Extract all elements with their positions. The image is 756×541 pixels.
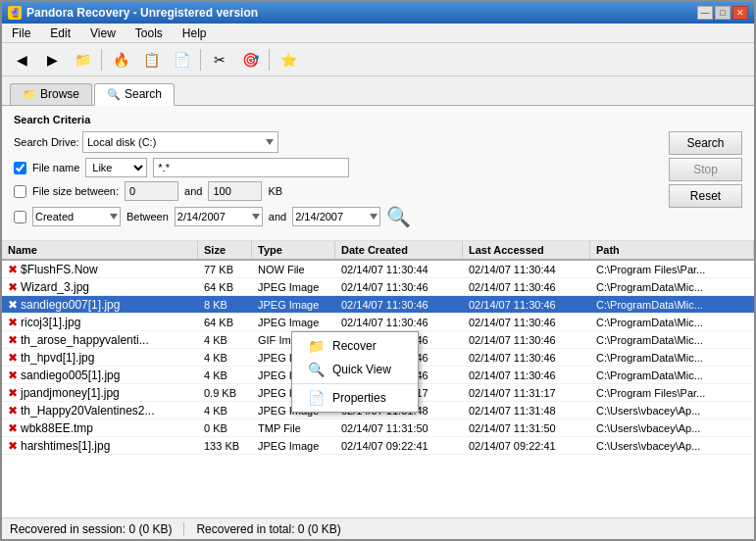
file-icon: ✖ xyxy=(8,404,18,418)
status-separator xyxy=(183,522,184,536)
recover-button[interactable]: 🔥 xyxy=(107,47,134,73)
toolbar-separator-1 xyxy=(101,49,102,71)
context-menu: 📁 Recover 🔍 Quick View 📄 Properties xyxy=(291,331,419,413)
context-recover-label: Recover xyxy=(332,339,377,353)
main-window: 🔮 Pandora Recovery - Unregistered versio… xyxy=(0,0,756,541)
status-session: Recovered in session: 0 (0 KB) xyxy=(10,522,172,536)
table-row[interactable]: ✖ricoj3[1].jpg 64 KB JPEG Image 02/14/07… xyxy=(2,314,754,331)
file-icon: ✖ xyxy=(8,386,18,400)
filesize-checkbox[interactable] xyxy=(14,185,26,198)
file-list-container: Name Size Type Date Created Last Accesse… xyxy=(2,241,754,517)
date-search-icon[interactable]: 🔍 xyxy=(386,205,411,228)
quickview-icon: 🔍 xyxy=(308,362,325,377)
filesize-label: File size between: xyxy=(32,185,119,197)
col-header-path[interactable]: Path xyxy=(590,241,754,259)
filesize-and: and xyxy=(184,185,202,197)
date-to-select[interactable]: 2/14/2007 xyxy=(292,207,380,226)
menu-edit[interactable]: Edit xyxy=(46,25,75,41)
drive-row: Search Drive: Local disk (C:) xyxy=(14,131,649,153)
date-between-label: Between xyxy=(126,211,169,222)
file-icon: ✖ xyxy=(8,333,18,347)
menu-tools[interactable]: Tools xyxy=(131,25,167,41)
stop-button[interactable]: Stop xyxy=(669,158,742,181)
title-bar-left: 🔮 Pandora Recovery - Unregistered versio… xyxy=(8,6,258,20)
filename-pattern-input[interactable] xyxy=(153,158,349,177)
table-row[interactable]: ✖wbk88EE.tmp 0 KB TMP File 02/14/07 11:3… xyxy=(2,419,754,437)
file-icon: ✖ xyxy=(8,351,18,365)
tab-browse[interactable]: 📁 Browse xyxy=(10,83,92,105)
title-bar: 🔮 Pandora Recovery - Unregistered versio… xyxy=(2,2,754,24)
toolbar-separator-3 xyxy=(269,49,270,71)
drive-select[interactable]: Local disk (C:) xyxy=(82,131,278,153)
clipboard-button[interactable]: 📋 xyxy=(137,47,165,73)
file-icon: ✖ xyxy=(8,280,18,294)
table-row[interactable]: ✖harshtimes[1].jpg 133 KB JPEG Image 02/… xyxy=(2,437,754,455)
app-icon: 🔮 xyxy=(8,6,22,20)
filesize-max-input[interactable] xyxy=(208,181,262,201)
search-panel: Search Criteria Search Drive: Local disk… xyxy=(2,106,754,241)
file-icon: ✖ xyxy=(8,369,18,382)
maximize-button[interactable]: □ xyxy=(715,6,731,20)
file-icon: ✖ xyxy=(8,298,18,312)
tab-search-label: Search xyxy=(125,87,162,101)
context-quickview-label: Quick View xyxy=(332,363,391,376)
like-select[interactable]: Like Not like xyxy=(85,158,147,177)
context-menu-properties[interactable]: 📄 Properties xyxy=(292,386,418,410)
back-button[interactable]: ◀ xyxy=(8,47,35,73)
close-button[interactable]: ✕ xyxy=(732,6,748,20)
edit-button[interactable]: ✂ xyxy=(206,47,233,73)
context-menu-quickview[interactable]: 🔍 Quick View xyxy=(292,358,418,381)
context-properties-label: Properties xyxy=(332,391,386,405)
drive-label: Search Drive: xyxy=(14,136,82,148)
star-button[interactable]: ⭐ xyxy=(275,47,302,73)
menu-bar: File Edit View Tools Help xyxy=(2,24,754,43)
col-header-size[interactable]: Size xyxy=(198,241,252,259)
filename-row: File name Like Not like xyxy=(14,158,649,177)
date-type-select[interactable]: Created Modified Accessed xyxy=(32,207,121,226)
folder-button[interactable]: 📁 xyxy=(69,47,96,73)
main-content: Search Criteria Search Drive: Local disk… xyxy=(2,106,754,517)
document-button[interactable]: 📄 xyxy=(168,47,195,73)
reset-button[interactable]: Reset xyxy=(669,184,742,208)
toolbar: ◀ ▶ 📁 🔥 📋 📄 ✂ 🎯 ⭐ xyxy=(2,43,754,76)
menu-file[interactable]: File xyxy=(8,25,34,41)
kb-label: KB xyxy=(268,185,282,197)
minimize-button[interactable]: — xyxy=(697,6,713,20)
search-criteria-label: Search Criteria xyxy=(14,114,742,125)
file-icon: ✖ xyxy=(8,316,18,329)
col-header-last-accessed[interactable]: Last Accessed xyxy=(463,241,590,259)
date-from-select[interactable]: 2/14/2007 xyxy=(175,207,263,226)
window-title: Pandora Recovery - Unregistered version xyxy=(26,6,258,20)
browse-tab-icon: 📁 xyxy=(23,88,36,101)
tab-browse-label: Browse xyxy=(40,87,79,101)
menu-view[interactable]: View xyxy=(86,25,120,41)
col-header-type[interactable]: Type xyxy=(252,241,335,259)
table-row[interactable]: ✖Wizard_3.jpg 64 KB JPEG Image 02/14/07 … xyxy=(2,278,754,296)
search-tab-icon: 🔍 xyxy=(107,88,121,101)
search-button[interactable]: Search xyxy=(669,131,742,155)
col-header-name[interactable]: Name xyxy=(2,241,198,259)
properties-icon: 📄 xyxy=(308,390,325,406)
date-checkbox[interactable] xyxy=(14,211,26,223)
date-row: Created Modified Accessed Between 2/14/2… xyxy=(14,205,649,228)
status-bar: Recovered in session: 0 (0 KB) Recovered… xyxy=(2,517,754,539)
tab-search[interactable]: 🔍 Search xyxy=(94,83,175,106)
filename-label: File name xyxy=(32,162,79,173)
target-button[interactable]: 🎯 xyxy=(236,47,264,73)
context-menu-separator xyxy=(292,383,418,384)
col-header-date-created[interactable]: Date Created xyxy=(335,241,463,259)
file-list-header: Name Size Type Date Created Last Accesse… xyxy=(2,241,754,261)
menu-help[interactable]: Help xyxy=(178,25,211,41)
toolbar-separator-2 xyxy=(200,49,201,71)
buttons-column: Search Stop Reset xyxy=(669,131,742,232)
file-icon: ✖ xyxy=(8,421,18,435)
recover-icon: 📁 xyxy=(308,338,325,354)
filesize-min-input[interactable] xyxy=(125,181,178,201)
table-row[interactable]: ✖$FlushFS.Now 77 KB NOW File 02/14/07 11… xyxy=(2,261,754,278)
context-menu-recover[interactable]: 📁 Recover xyxy=(292,334,418,358)
forward-button[interactable]: ▶ xyxy=(38,47,66,73)
table-row[interactable]: ✖sandiego007[1].jpg 8 KB JPEG Image 02/1… xyxy=(2,296,754,314)
file-icon: ✖ xyxy=(8,263,18,276)
filename-checkbox[interactable] xyxy=(14,162,26,174)
file-icon: ✖ xyxy=(8,439,18,453)
